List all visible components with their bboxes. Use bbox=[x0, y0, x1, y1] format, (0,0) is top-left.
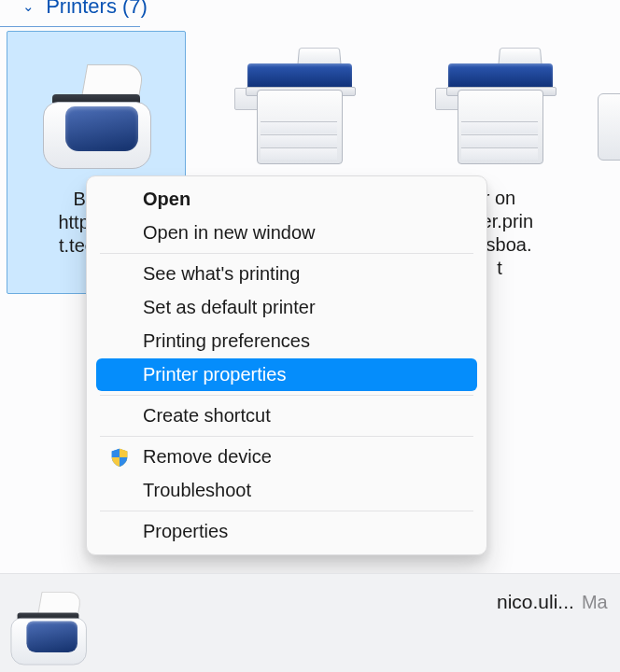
menu-create-shortcut[interactable]: Create shortcut bbox=[96, 399, 477, 432]
details-meta: Ma bbox=[582, 592, 608, 612]
menu-set-default[interactable]: Set as default printer bbox=[96, 291, 477, 324]
details-name-fragment: nico.uli... bbox=[497, 591, 574, 612]
menu-separator bbox=[100, 436, 473, 437]
context-menu: Open Open in new window See what's print… bbox=[86, 175, 487, 555]
menu-open[interactable]: Open bbox=[96, 183, 477, 216]
section-title: Printers (7) bbox=[46, 0, 148, 18]
menu-separator bbox=[100, 395, 473, 396]
menu-see-printing[interactable]: See what's printing bbox=[96, 258, 477, 290]
printer-icon bbox=[7, 32, 185, 176]
details-pane: nico.uli...Ma bbox=[0, 573, 620, 672]
section-underline bbox=[0, 26, 140, 27]
printer-item[interactable] bbox=[210, 31, 388, 187]
copier-icon bbox=[210, 31, 388, 175]
copier-icon bbox=[411, 31, 588, 175]
menu-separator bbox=[100, 253, 473, 254]
menu-printer-properties[interactable]: Printer properties bbox=[96, 358, 477, 391]
shield-icon bbox=[109, 447, 130, 468]
menu-open-new-window[interactable]: Open in new window bbox=[96, 217, 477, 249]
menu-troubleshoot[interactable]: Troubleshoot bbox=[96, 474, 477, 507]
details-printer-icon bbox=[6, 585, 91, 670]
menu-remove-device[interactable]: Remove device bbox=[96, 441, 477, 473]
chevron-down-icon[interactable]: ⌄ bbox=[22, 0, 35, 14]
menu-properties[interactable]: Properties bbox=[96, 515, 477, 548]
menu-separator bbox=[100, 511, 473, 511]
partial-printer-icon[interactable] bbox=[598, 93, 620, 161]
menu-remove-device-label: Remove device bbox=[143, 446, 272, 467]
menu-printing-preferences[interactable]: Printing preferences bbox=[96, 325, 477, 357]
